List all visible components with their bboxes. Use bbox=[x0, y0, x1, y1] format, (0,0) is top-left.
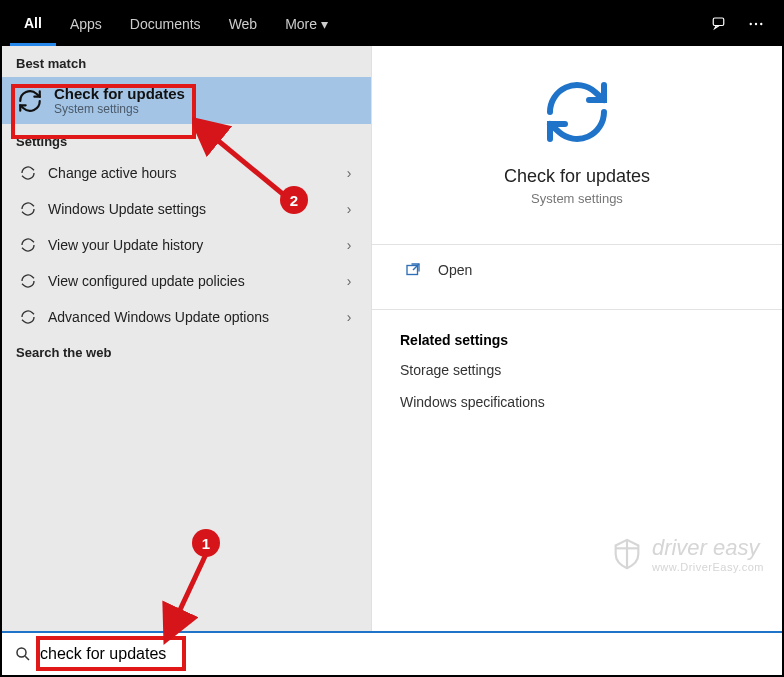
details-subtitle: System settings bbox=[531, 191, 623, 206]
search-bar[interactable] bbox=[2, 631, 782, 675]
settings-item-view-update-history[interactable]: View your Update history › bbox=[2, 227, 371, 263]
chevron-right-icon: › bbox=[341, 201, 357, 217]
tab-more-label: More bbox=[285, 16, 317, 32]
chevron-right-icon: › bbox=[341, 309, 357, 325]
window-frame: All Apps Documents Web More ▾ Best match… bbox=[0, 0, 784, 677]
sync-large-icon bbox=[541, 76, 613, 148]
svg-rect-0 bbox=[713, 18, 724, 26]
settings-item-label: View your Update history bbox=[40, 237, 341, 253]
settings-item-label: Windows Update settings bbox=[40, 201, 341, 217]
settings-item-change-active-hours[interactable]: Change active hours › bbox=[2, 155, 371, 191]
sync-icon bbox=[16, 201, 40, 217]
feedback-icon[interactable] bbox=[702, 15, 738, 33]
best-match-result[interactable]: Check for updates System settings bbox=[2, 77, 371, 124]
results-body: Best match Check for updates System sett… bbox=[2, 46, 782, 631]
chevron-right-icon: › bbox=[341, 237, 357, 253]
search-the-web-header: Search the web bbox=[2, 335, 371, 366]
best-match-title: Check for updates bbox=[54, 85, 185, 102]
chevron-down-icon: ▾ bbox=[321, 16, 328, 32]
best-match-text: Check for updates System settings bbox=[54, 85, 185, 116]
svg-point-1 bbox=[750, 23, 752, 25]
search-scope-tabs: All Apps Documents Web More ▾ bbox=[2, 2, 782, 46]
chevron-right-icon: › bbox=[341, 165, 357, 181]
watermark-url: www.DriverEasy.com bbox=[652, 561, 764, 573]
results-left-column: Best match Check for updates System sett… bbox=[2, 46, 372, 631]
tab-all[interactable]: All bbox=[10, 2, 56, 46]
svg-point-5 bbox=[17, 648, 26, 657]
sync-icon bbox=[16, 309, 40, 325]
details-hero: Check for updates System settings bbox=[400, 66, 754, 230]
settings-header: Settings bbox=[2, 124, 371, 155]
tab-apps[interactable]: Apps bbox=[56, 2, 116, 46]
action-open[interactable]: Open bbox=[400, 245, 754, 295]
best-match-header: Best match bbox=[2, 46, 371, 77]
sync-icon bbox=[16, 237, 40, 253]
watermark: driver easy www.DriverEasy.com bbox=[610, 535, 764, 573]
tab-documents[interactable]: Documents bbox=[116, 2, 215, 46]
details-title: Check for updates bbox=[504, 166, 650, 187]
related-storage-settings[interactable]: Storage settings bbox=[400, 348, 754, 380]
more-options-icon[interactable] bbox=[738, 15, 774, 33]
chevron-right-icon: › bbox=[341, 273, 357, 289]
settings-item-view-configured-policies[interactable]: View configured update policies › bbox=[2, 263, 371, 299]
settings-item-advanced-update-options[interactable]: Advanced Windows Update options › bbox=[2, 299, 371, 335]
tab-web[interactable]: Web bbox=[215, 2, 272, 46]
open-icon bbox=[404, 261, 426, 279]
search-input[interactable] bbox=[34, 641, 772, 667]
sync-icon bbox=[16, 87, 44, 115]
related-windows-specs[interactable]: Windows specifications bbox=[400, 380, 754, 412]
action-open-label: Open bbox=[426, 262, 472, 278]
settings-item-label: View configured update policies bbox=[40, 273, 341, 289]
settings-item-label: Advanced Windows Update options bbox=[40, 309, 341, 325]
settings-item-label: Change active hours bbox=[40, 165, 341, 181]
settings-item-windows-update-settings[interactable]: Windows Update settings › bbox=[2, 191, 371, 227]
details-pane: Check for updates System settings Open R… bbox=[372, 46, 782, 631]
tab-more[interactable]: More ▾ bbox=[271, 2, 342, 46]
search-icon bbox=[12, 645, 34, 663]
related-settings-header: Related settings bbox=[400, 332, 754, 348]
best-match-subtitle: System settings bbox=[54, 102, 185, 116]
watermark-brand: driver easy bbox=[652, 535, 760, 560]
sync-icon bbox=[16, 165, 40, 181]
divider bbox=[372, 309, 782, 310]
svg-point-3 bbox=[760, 23, 762, 25]
svg-point-2 bbox=[755, 23, 757, 25]
sync-icon bbox=[16, 273, 40, 289]
